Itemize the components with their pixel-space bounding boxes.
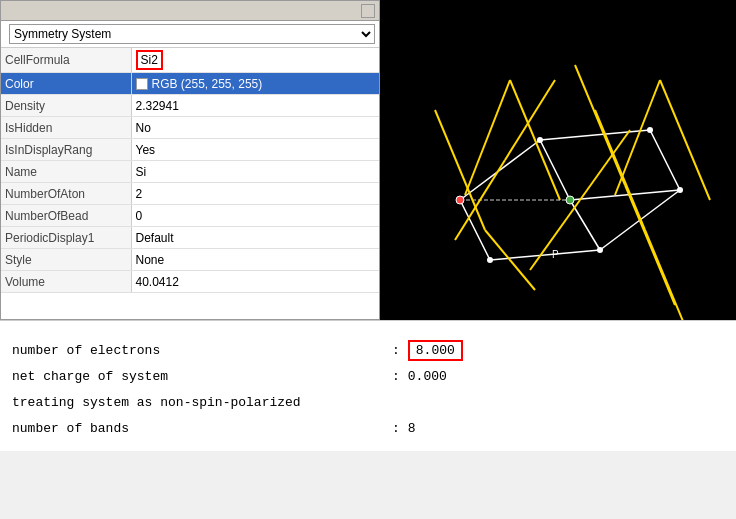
property-value: 0 <box>131 205 379 227</box>
property-value: None <box>131 249 379 271</box>
param-value: 8 <box>408 421 416 436</box>
property-key: Volume <box>1 271 131 293</box>
svg-text:P: P <box>552 249 559 260</box>
property-key: Name <box>1 161 131 183</box>
filter-row: Symmetry System <box>1 21 379 48</box>
property-key: CellFormula <box>1 48 131 73</box>
property-value: 40.0412 <box>131 271 379 293</box>
property-key: NumberOfBead <box>1 205 131 227</box>
param-label: number of electrons <box>12 343 392 358</box>
crystal-viewer: P <box>380 0 736 320</box>
table-row: IsHiddenNo <box>1 117 379 139</box>
properties-table: CellFormulaSi2ColorRGB (255, 255, 255)De… <box>1 48 379 293</box>
properties-panel: Symmetry System CellFormulaSi2ColorRGB (… <box>0 0 380 320</box>
svg-rect-0 <box>380 0 736 320</box>
property-value: 2 <box>131 183 379 205</box>
property-key: PeriodicDisplay1 <box>1 227 131 249</box>
svg-point-26 <box>566 196 574 204</box>
property-value: RGB (255, 255, 255) <box>131 73 379 95</box>
property-value: No <box>131 117 379 139</box>
table-row: IsInDisplayRangYes <box>1 139 379 161</box>
param-row: net charge of system:0.000 <box>12 365 724 387</box>
param-rows: number of electrons:8.000net charge of s… <box>12 339 724 439</box>
bottom-section: number of electrons:8.000net charge of s… <box>0 320 736 451</box>
svg-point-27 <box>537 137 543 143</box>
property-key: Style <box>1 249 131 271</box>
table-row: NumberOfBead0 <box>1 205 379 227</box>
param-value: 0.000 <box>408 369 447 384</box>
table-row: ColorRGB (255, 255, 255) <box>1 73 379 95</box>
svg-point-31 <box>597 247 603 253</box>
param-label: treating system as non-spin-polarized <box>12 395 392 410</box>
table-row: PeriodicDisplay1Default <box>1 227 379 249</box>
table-row: StyleNone <box>1 249 379 271</box>
param-label: net charge of system <box>12 369 392 384</box>
param-separator: : <box>392 369 400 384</box>
panel-titlebar <box>1 1 379 21</box>
property-value: Default <box>131 227 379 249</box>
svg-point-25 <box>456 196 464 204</box>
property-key: Density <box>1 95 131 117</box>
property-value: Yes <box>131 139 379 161</box>
param-row: treating system as non-spin-polarized <box>12 391 724 413</box>
close-button[interactable] <box>361 4 375 18</box>
param-separator: : <box>392 343 400 358</box>
table-row: NameSi <box>1 161 379 183</box>
property-value: 2.32941 <box>131 95 379 117</box>
svg-point-29 <box>677 187 683 193</box>
highlighted-cell-value: Si2 <box>136 50 163 70</box>
filter-select[interactable]: Symmetry System <box>9 24 375 44</box>
property-key: IsInDisplayRang <box>1 139 131 161</box>
viewer-panel: P <box>380 0 736 320</box>
property-key: IsHidden <box>1 117 131 139</box>
param-row: number of electrons:8.000 <box>12 339 724 361</box>
param-separator: : <box>392 421 400 436</box>
param-row: number of bands:8 <box>12 417 724 439</box>
color-swatch <box>136 78 148 90</box>
svg-point-28 <box>647 127 653 133</box>
property-key: NumberOfAton <box>1 183 131 205</box>
highlighted-param-value: 8.000 <box>408 340 463 361</box>
param-value: 8.000 <box>408 340 463 361</box>
svg-point-30 <box>487 257 493 263</box>
param-label: number of bands <box>12 421 392 436</box>
table-row: CellFormulaSi2 <box>1 48 379 73</box>
property-value: Si <box>131 161 379 183</box>
table-row: Density2.32941 <box>1 95 379 117</box>
table-row: NumberOfAton2 <box>1 183 379 205</box>
property-key: Color <box>1 73 131 95</box>
property-value: Si2 <box>131 48 379 73</box>
table-row: Volume40.0412 <box>1 271 379 293</box>
